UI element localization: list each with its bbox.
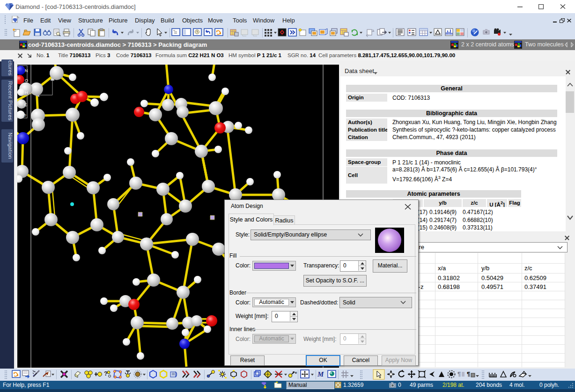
svg-text:¶: ¶ <box>467 370 470 377</box>
svg-text:O: O <box>25 78 28 83</box>
svg-text:?: ? <box>104 370 108 377</box>
svg-text:?: ? <box>24 113 26 118</box>
svg-text:C: C <box>24 103 28 107</box>
svg-text:H: H <box>25 90 28 95</box>
svg-text:N: N <box>25 68 28 73</box>
svg-text:¶: ¶ <box>457 370 461 377</box>
svg-text:Fe: Fe <box>293 370 297 375</box>
svg-text:M: M <box>317 370 324 378</box>
